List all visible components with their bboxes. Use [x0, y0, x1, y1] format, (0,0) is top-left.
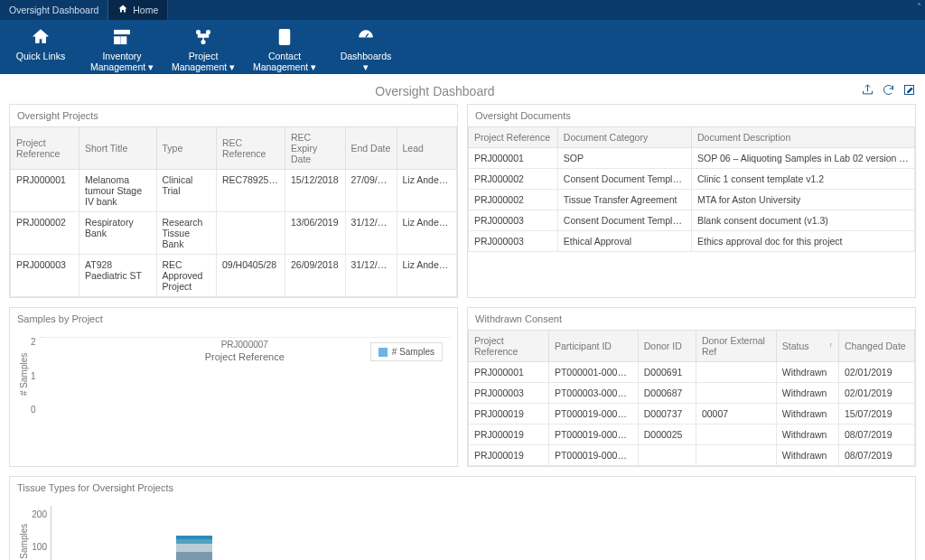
table-row[interactable]: PRJ000019PT000019-000001D00073700007With… — [469, 404, 915, 425]
panel-title: Oversight Documents — [468, 105, 915, 126]
column-header[interactable]: Type — [156, 127, 217, 170]
cell: PRJ000001 — [469, 148, 558, 169]
table-row[interactable]: PRJ000003PT000003-000004D000687Withdrawn… — [469, 383, 915, 404]
svg-point-5 — [201, 41, 205, 44]
edit-icon[interactable] — [902, 83, 916, 98]
cell: 31/12/2018 — [345, 212, 397, 255]
tab-strip: Oversight Dashboard Home ˄ — [0, 0, 925, 20]
table-row[interactable]: PRJ000019PT000019-000008Withdrawn08/07/2… — [469, 445, 915, 466]
cell: PRJ000001 — [469, 362, 549, 383]
table-row[interactable]: PRJ000001Melanoma tumour Stage IV bankCl… — [11, 170, 457, 212]
panel-withdrawn-consent: Withdrawn Consent Project ReferenceParti… — [467, 307, 916, 467]
column-header[interactable]: Lead — [397, 127, 457, 170]
ribbon-inventory-management[interactable]: Inventory Management ▾ — [81, 23, 163, 74]
cell: 15/12/2018 — [285, 170, 346, 212]
chart-legend: # Samples — [370, 342, 443, 361]
column-header[interactable]: Document Category — [557, 127, 691, 148]
ribbon-contact-management[interactable]: Contact Management ▾ — [244, 23, 325, 74]
cell — [696, 383, 776, 404]
cell: 08/07/2019 — [838, 445, 914, 466]
ribbon: Quick Links Inventory Management ▾ Proje… — [0, 20, 925, 74]
cell: 09/H0405/28 — [217, 255, 285, 297]
column-header[interactable]: Project Reference — [469, 331, 549, 362]
table-row[interactable]: PRJ000002Tissue Transfer AgreementMTA fo… — [469, 190, 915, 210]
column-header[interactable]: End Date — [345, 127, 397, 170]
column-header[interactable]: Status↑ — [776, 331, 838, 362]
panel-samples-by-project: Samples by Project # Samples 210 # Sampl… — [9, 307, 458, 467]
column-header[interactable]: Donor ID — [638, 331, 696, 362]
table-row[interactable]: PRJ000001SOPSOP 06 – Aliquoting Samples … — [469, 148, 915, 169]
cell: REC Approved Project — [156, 255, 217, 297]
cell: Respiratory Bank — [79, 212, 157, 255]
refresh-icon[interactable] — [882, 83, 895, 98]
table-row[interactable]: PRJ000019PT000019-000007D000025Withdrawn… — [469, 425, 915, 445]
cell: Withdrawn — [776, 383, 838, 404]
cell: PRJ000003 — [469, 231, 558, 252]
home-icon — [0, 25, 81, 49]
cell: 08/07/2019 — [838, 425, 914, 445]
table-row[interactable]: PRJ000002Consent Document Templa…Clinic … — [469, 169, 915, 190]
svg-rect-1 — [115, 37, 120, 43]
cell: Withdrawn — [776, 445, 838, 466]
contact-icon — [244, 25, 325, 49]
cell: PRJ000019 — [469, 445, 549, 466]
column-header[interactable]: Changed Date — [838, 331, 914, 362]
panel-title: Withdrawn Consent — [468, 308, 915, 330]
column-header[interactable]: Short Title — [79, 127, 157, 170]
column-header[interactable]: Document Description — [691, 127, 914, 148]
cell: PT000003-000004 — [548, 383, 638, 404]
svg-rect-6 — [280, 30, 290, 45]
tissue-bar-blood-product[interactable] — [146, 536, 241, 560]
column-header[interactable]: Project Reference — [469, 127, 558, 148]
cell: Clinical Trial — [156, 170, 217, 212]
panel-title: Oversight Projects — [10, 105, 457, 126]
cell: Liz Anderson — [397, 170, 457, 212]
export-icon[interactable] — [861, 83, 874, 98]
table-row[interactable]: PRJ000002Respiratory BankResearch Tissue… — [11, 212, 457, 255]
ribbon-dashboards[interactable]: Dashboards ▾ — [325, 23, 406, 74]
projects-table[interactable]: Project ReferenceShort TitleTypeREC Refe… — [10, 126, 457, 297]
column-header[interactable]: REC Reference — [217, 127, 285, 170]
panel-oversight-projects: Oversight Projects Project ReferenceShor… — [9, 104, 458, 298]
cell: Liz Anderson — [397, 255, 457, 297]
cell: PRJ000002 — [469, 190, 558, 210]
cell: 27/09/2019 — [345, 170, 397, 212]
withdrawn-table[interactable]: Project ReferenceParticipant IDDonor IDD… — [468, 330, 915, 466]
cell: 15/07/2019 — [838, 404, 914, 425]
ribbon-project-management[interactable]: Project Management ▾ — [163, 23, 244, 74]
table-row[interactable]: PRJ000003Ethical ApprovalEthics approval… — [469, 231, 915, 252]
cell: SOP — [557, 148, 691, 169]
svg-point-3 — [197, 31, 201, 34]
panel-oversight-documents: Oversight Documents Project ReferenceDoc… — [467, 104, 916, 298]
column-header[interactable]: Donor External Ref — [696, 331, 776, 362]
cell — [696, 425, 776, 445]
table-row[interactable]: PRJ000001PT000001-000004D000691Withdrawn… — [469, 362, 915, 383]
tab-oversight-dashboard[interactable]: Oversight Dashboard — [0, 0, 108, 20]
y-axis-label: # Samples — [17, 506, 31, 560]
documents-table[interactable]: Project ReferenceDocument CategoryDocume… — [468, 126, 915, 252]
cell: PRJ000003 — [469, 210, 558, 231]
panel-title: Tissue Types for Oversight Projects — [10, 477, 915, 499]
column-header[interactable]: Project Reference — [11, 127, 79, 170]
table-row[interactable]: PRJ000003Consent Document Templa…Blank c… — [469, 210, 915, 231]
cell — [638, 445, 696, 466]
ribbon-quick-links[interactable]: Quick Links — [0, 23, 81, 74]
content: Oversight Dashboard Oversight Projects P… — [0, 74, 925, 560]
cell: PRJ000003 — [469, 383, 549, 404]
cell: 00007 — [696, 404, 776, 425]
cell: Withdrawn — [776, 425, 838, 445]
cell — [696, 362, 776, 383]
svg-rect-2 — [121, 37, 126, 43]
tissue-chart[interactable] — [51, 506, 908, 560]
table-row[interactable]: PRJ000003AT928 Paediatric STREC Approved… — [11, 255, 457, 297]
cell: PRJ000019 — [469, 425, 549, 445]
cell: Withdrawn — [776, 404, 838, 425]
tab-home[interactable]: Home — [108, 0, 168, 20]
column-header[interactable]: REC Expiry Date — [285, 127, 346, 170]
cell: PRJ000003 — [11, 255, 79, 297]
samples-chart[interactable]: # Samples — [40, 337, 450, 338]
column-header[interactable]: Participant ID — [548, 331, 638, 362]
cell: PT000001-000004 — [548, 362, 638, 383]
cell: Tissue Transfer Agreement — [557, 190, 691, 210]
tab-strip-caret-icon[interactable]: ˄ — [917, 2, 921, 12]
